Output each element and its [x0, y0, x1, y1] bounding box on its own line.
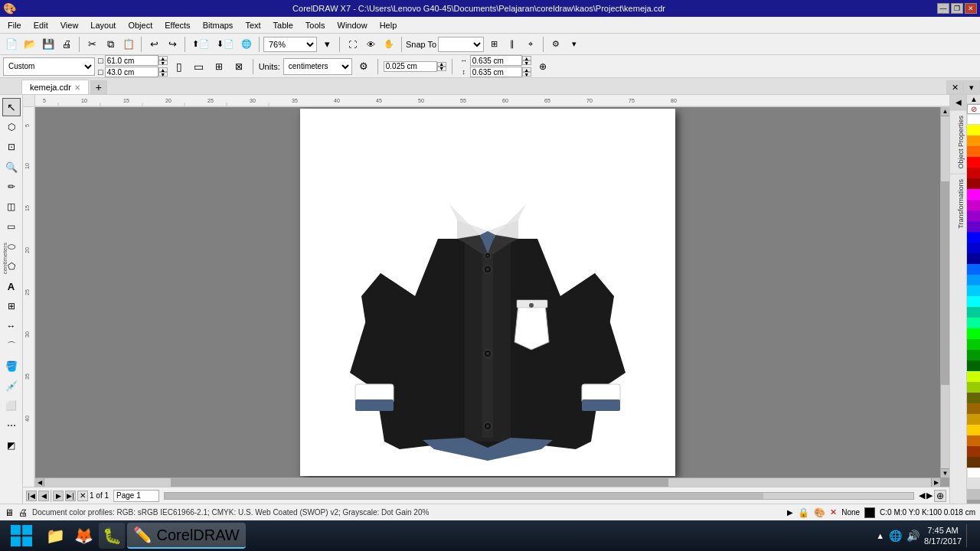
color-swatch-yellow-gold[interactable] — [967, 425, 980, 435]
zoom-tool[interactable]: 🔍 — [2, 158, 21, 176]
add-tab-button[interactable]: + — [90, 80, 107, 94]
dimension-tool[interactable]: ↔ — [2, 317, 21, 335]
page-canvas[interactable] — [300, 109, 675, 476]
crop-tool[interactable]: ⊡ — [2, 138, 21, 156]
redo-button[interactable]: ↪ — [164, 36, 181, 53]
units-select[interactable]: centimeters inches pixels — [283, 58, 352, 75]
menu-file[interactable]: File — [2, 17, 28, 33]
color-swatch-gray-light[interactable] — [967, 489, 980, 500]
color-swatch-teal[interactable] — [967, 307, 980, 318]
height-input[interactable] — [105, 67, 158, 77]
shape-tool[interactable]: ⬡ — [2, 118, 21, 136]
color-swatch-magenta[interactable] — [967, 189, 980, 200]
eyedropper-tool[interactable]: 💉 — [2, 377, 21, 395]
freehand-tool[interactable]: ✏ — [2, 178, 21, 196]
preset-select[interactable]: Custom Letter A4 — [3, 57, 95, 76]
color-swatch-white[interactable] — [967, 114, 980, 125]
full-screen-button[interactable]: ⛶ — [344, 36, 361, 53]
color-swatch-green-mid[interactable] — [967, 339, 980, 350]
main-canvas[interactable] — [35, 107, 940, 478]
start-button[interactable] — [3, 522, 40, 549]
color-swatch-red-dark[interactable] — [967, 178, 980, 189]
units-settings-button[interactable]: ⚙ — [355, 58, 372, 75]
blend-tool[interactable]: ⋯ — [2, 416, 21, 435]
zoom-select[interactable]: 76% 100% 50% — [263, 37, 317, 52]
color-swatch-green[interactable] — [967, 328, 980, 339]
menu-table[interactable]: Table — [267, 17, 299, 33]
color-swatch-white2[interactable] — [967, 468, 980, 478]
show-desktop-button[interactable] — [966, 524, 971, 547]
coord-x-spin-down[interactable]: ▼ — [522, 60, 531, 65]
menu-help[interactable]: Help — [374, 17, 403, 33]
coord-x-input[interactable] — [470, 55, 522, 66]
volume-icon[interactable]: 🔊 — [906, 530, 920, 542]
paste-button[interactable]: 📋 — [120, 36, 137, 53]
snap-object-button[interactable]: ⌖ — [522, 36, 539, 53]
color-swatch-orange[interactable] — [967, 146, 980, 157]
pan-button[interactable]: ✋ — [381, 36, 397, 53]
taskbar-irfanview-button[interactable]: 🐛 — [99, 523, 125, 549]
new-button[interactable]: 📄 — [3, 36, 20, 53]
menu-edit[interactable]: Edit — [28, 17, 54, 33]
landscape-button[interactable]: ▭ — [191, 58, 207, 75]
tab-close-icon[interactable]: ✕ — [74, 83, 80, 92]
scroll-right-button[interactable]: ▶ — [931, 478, 940, 487]
export-button[interactable]: ⬇📄 — [214, 36, 237, 53]
palette-scroll-up[interactable]: ▲ — [967, 95, 980, 104]
restore-button[interactable]: ❐ — [951, 3, 963, 14]
vertical-scrollbar[interactable]: ▲ ▼ — [940, 107, 949, 478]
nudge-spin-down[interactable]: ▼ — [437, 67, 446, 71]
network-icon[interactable]: 🌐 — [889, 530, 902, 542]
menu-bitmaps[interactable]: Bitmaps — [197, 17, 240, 33]
snap-guide-button[interactable]: ∥ — [504, 36, 521, 53]
undo-button[interactable]: ↩ — [145, 36, 162, 53]
copy-button[interactable]: ⧉ — [102, 36, 119, 53]
fill-tool[interactable]: 🪣 — [2, 357, 21, 375]
color-swatch-cyan-light[interactable] — [967, 285, 980, 296]
menu-tools[interactable]: Tools — [299, 17, 332, 33]
color-swatch-sienna[interactable] — [967, 446, 980, 457]
transformations-panel-label[interactable]: Transformations — [950, 174, 966, 233]
connector-tool[interactable]: ⌒ — [2, 337, 21, 355]
open-button[interactable]: 📂 — [21, 36, 38, 53]
color-swatch-red-light[interactable] — [967, 157, 980, 168]
menu-view[interactable]: View — [54, 17, 85, 33]
sys-tray-expand[interactable]: ▲ — [876, 531, 884, 540]
page-first-button[interactable]: |◀ — [26, 491, 37, 501]
page-last-button[interactable]: ▶| — [65, 491, 76, 501]
snap-to-select[interactable] — [438, 37, 484, 52]
color-swatch-blue-light[interactable] — [967, 264, 980, 275]
select-tool[interactable]: ↖ — [2, 98, 21, 116]
time-display[interactable]: 7:45 AM 8/17/2017 — [924, 525, 962, 547]
text-tool[interactable]: A — [2, 277, 21, 295]
page-scrollbar[interactable] — [164, 492, 914, 500]
cut-button[interactable]: ✂ — [83, 36, 100, 53]
color-swatch-yellow[interactable] — [967, 125, 980, 135]
color-swatch-forest[interactable] — [967, 360, 980, 371]
page-name-input[interactable] — [113, 490, 159, 502]
v-scroll-thumb[interactable] — [941, 181, 949, 385]
menu-text[interactable]: Text — [239, 17, 266, 33]
scroll-nav-left[interactable]: ◀ — [919, 491, 925, 500]
color-swatch-cyan[interactable] — [967, 296, 980, 307]
publish-button[interactable]: 🌐 — [238, 36, 255, 53]
bleed-button[interactable]: ⊠ — [230, 58, 247, 75]
coord-y-spin-down[interactable]: ▼ — [522, 72, 531, 77]
taskbar-explorer-button[interactable]: 📁 — [42, 523, 68, 549]
more-options-button[interactable]: ▾ — [566, 36, 583, 53]
color-swatch-olive[interactable] — [967, 382, 980, 393]
width-input[interactable] — [105, 55, 158, 66]
nudge-input[interactable] — [384, 61, 437, 72]
options-button[interactable]: ⚙ — [547, 36, 564, 53]
color-swatch-gold[interactable] — [967, 414, 980, 425]
color-swatch-red[interactable] — [967, 168, 980, 178]
portrait-button[interactable]: ▯ — [171, 58, 188, 75]
close-button[interactable]: ✕ — [965, 3, 977, 14]
scroll-nav-right[interactable]: ▶ — [926, 491, 933, 500]
coord-y-input[interactable] — [470, 67, 522, 77]
tab-kemeja[interactable]: kemeja.cdr ✕ — [21, 80, 89, 94]
page-next-button[interactable]: ▶ — [53, 491, 64, 501]
snap-grid-button[interactable]: ⊞ — [485, 36, 502, 53]
menu-layout[interactable]: Layout — [84, 17, 122, 33]
color-swatch-magenta-dark[interactable] — [967, 200, 980, 210]
